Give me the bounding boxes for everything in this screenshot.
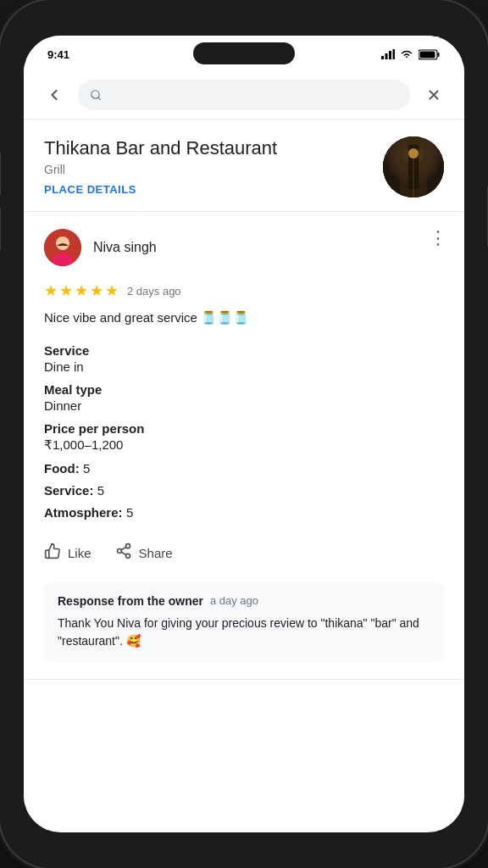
volume-down-button	[0, 208, 1, 250]
service-rating-value: 5	[97, 483, 104, 498]
place-category: Grill	[44, 163, 369, 176]
meal-type-label: Meal type	[44, 382, 444, 397]
service-rating-row: Service: 5	[44, 483, 444, 498]
svg-rect-0	[381, 56, 384, 59]
owner-response-title: Response from the owner	[58, 594, 203, 608]
owner-response: Response from the owner a day ago Thank …	[44, 582, 444, 662]
place-info: Thikana Bar and Restaurant Grill PLACE D…	[44, 136, 369, 196]
price-label: Price per person	[44, 421, 444, 436]
svg-point-13	[408, 148, 419, 159]
service-detail: Service Dine in	[44, 343, 444, 374]
service-label: Service	[44, 343, 444, 358]
reviewer-name: Niva singh	[93, 240, 157, 255]
service-value: Dine in	[44, 359, 444, 374]
signal-icon	[381, 49, 395, 59]
wifi-icon	[400, 49, 413, 59]
owner-response-header: Response from the owner a day ago	[58, 594, 430, 608]
share-button[interactable]: Share	[115, 537, 173, 569]
star-4: ★	[90, 281, 103, 300]
share-icon	[115, 542, 132, 564]
close-button[interactable]	[420, 81, 447, 108]
service-rating-label: Service:	[44, 483, 93, 498]
star-rating: ★ ★ ★ ★ ★	[44, 281, 119, 300]
place-image	[383, 136, 444, 198]
like-label: Like	[68, 546, 92, 560]
owner-response-time: a day ago	[210, 594, 258, 607]
search-icon	[90, 89, 102, 101]
like-icon	[44, 542, 61, 564]
food-rating-row: Food: 5	[44, 461, 444, 476]
atmosphere-rating-row: Atmosphere: 5	[44, 505, 444, 520]
share-arrow-icon	[115, 542, 132, 559]
price-value: ₹1,000–1,200	[44, 437, 444, 453]
phone-screen: 9:41	[24, 36, 464, 832]
content-area: Thikana Bar and Restaurant Grill PLACE D…	[24, 120, 464, 830]
reviewer-header: Niva singh	[44, 229, 444, 266]
food-rating-value: 5	[83, 461, 90, 476]
place-image-inner	[383, 136, 444, 198]
like-button[interactable]: Like	[44, 537, 92, 569]
food-rating-label: Food:	[44, 461, 80, 476]
place-name: Thikana Bar and Restaurant	[44, 136, 369, 161]
back-button[interactable]	[41, 81, 68, 108]
thumbs-up-icon	[44, 542, 61, 559]
review-section: Niva singh ⋮ ★ ★ ★ ★ ★ 2 days ago N	[24, 212, 464, 680]
status-time: 9:41	[47, 48, 69, 61]
place-header: Thikana Bar and Restaurant Grill PLACE D…	[24, 120, 464, 212]
notch	[193, 42, 295, 64]
svg-rect-1	[385, 53, 388, 59]
phone-frame: 9:41	[0, 0, 488, 868]
star-1: ★	[44, 281, 58, 300]
svg-rect-3	[393, 49, 396, 59]
search-bar[interactable]	[78, 80, 410, 110]
nav-bar	[24, 73, 464, 120]
svg-rect-6	[420, 51, 435, 58]
reviewer-avatar-image	[44, 229, 81, 266]
volume-up-button	[0, 153, 1, 195]
star-2: ★	[59, 281, 73, 300]
atmosphere-rating-label: Atmosphere:	[44, 505, 123, 520]
action-row: Like Share	[44, 537, 444, 569]
meal-type-detail: Meal type Dinner	[44, 382, 444, 413]
battery-icon	[419, 49, 441, 60]
status-icons	[381, 49, 441, 60]
price-detail: Price per person ₹1,000–1,200	[44, 421, 444, 453]
star-3: ★	[75, 281, 88, 300]
status-bar: 9:41	[24, 36, 464, 73]
rating-row: ★ ★ ★ ★ ★ 2 days ago	[44, 281, 444, 300]
svg-rect-5	[438, 53, 440, 57]
owner-response-text: Thank You Niva for giving your precious …	[58, 615, 430, 650]
restaurant-image-svg	[383, 136, 444, 198]
place-details-link[interactable]: PLACE DETAILS	[44, 183, 369, 196]
atmosphere-rating-value: 5	[126, 505, 133, 520]
review-time: 2 days ago	[127, 285, 181, 298]
share-label: Share	[139, 546, 173, 560]
meal-type-value: Dinner	[44, 398, 444, 413]
review-text: Nice vibe and great service 🫙🫙🫙	[44, 309, 444, 328]
star-5: ★	[105, 281, 119, 300]
more-options-button[interactable]: ⋮	[429, 229, 447, 248]
svg-rect-2	[389, 51, 391, 59]
review-details: Service Dine in Meal type Dinner Price p…	[44, 343, 444, 520]
avatar-svg	[44, 229, 81, 266]
reviewer-avatar	[44, 229, 81, 266]
